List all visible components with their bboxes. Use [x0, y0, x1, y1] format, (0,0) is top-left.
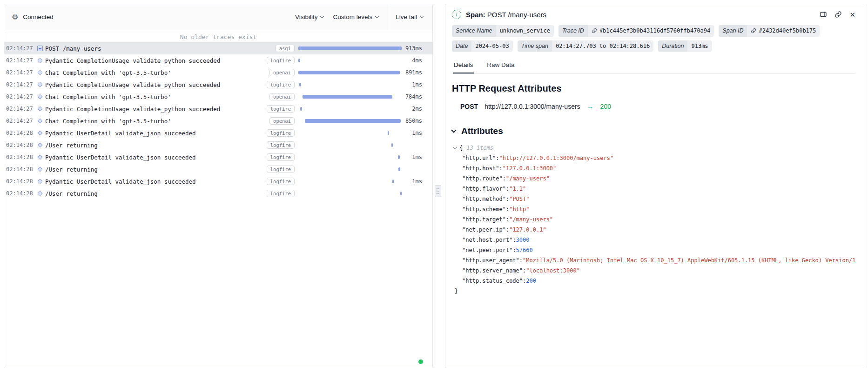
badge-value: 913ms [691, 43, 708, 49]
trace-timestamp: 02:14:27 [6, 57, 35, 64]
attributes-heading: Attributes [461, 126, 503, 136]
json-open-line: {13 items [454, 143, 855, 153]
trace-timestamp: 02:14:27 [6, 118, 35, 124]
span-title: Span: POST /many-users [466, 11, 546, 19]
http-request-attributes-heading: HTTP Request Attributes [452, 83, 855, 94]
trace-row[interactable]: 02:14:28 Pydantic UserDetail validate_js… [4, 127, 432, 139]
trace-row[interactable]: 02:14:27 Pydantic CompletionUsage valida… [4, 79, 432, 91]
attributes-section-toggle[interactable]: Attributes [452, 126, 855, 136]
span-kind-icon[interactable] [37, 94, 42, 99]
app-root: ⚙ Connected Visibility Custom levels Liv… [0, 0, 868, 372]
duration-bar[interactable] [299, 83, 301, 86]
trace-label: Pydantic UserDetail validate_json succee… [45, 178, 267, 185]
attr-colon: : [499, 165, 502, 172]
attr-colon: : [512, 247, 516, 253]
span-kind-icon[interactable] [37, 191, 42, 196]
span-metadata-badge: Trace ID #b1c445ef3b0b43116df5760ffb470a… [558, 25, 714, 37]
trace-panel-header: ⚙ Connected Visibility Custom levels Liv… [4, 4, 432, 30]
custom-levels-dropdown[interactable]: Custom levels [328, 11, 383, 23]
open-side-panel-icon[interactable] [820, 11, 827, 18]
duration-bar-track [298, 163, 402, 175]
duration-bar-track [298, 54, 402, 66]
trace-row[interactable]: 02:14:28 /User returning logfire [4, 187, 432, 199]
trace-row[interactable]: 02:14:28 Pydantic UserDetail validate_js… [4, 175, 432, 187]
duration-bar[interactable] [303, 95, 392, 99]
info-icon: i [452, 10, 461, 19]
settings-gear-icon[interactable]: ⚙ [12, 13, 18, 21]
attr-key: "http.status_code" [462, 278, 523, 284]
duration-bar[interactable] [391, 143, 393, 147]
trace-tag-badge: logfire [267, 141, 295, 149]
collapse-caret-icon[interactable] [453, 146, 457, 149]
span-kind-icon[interactable] [37, 106, 42, 111]
span-kind-icon[interactable] [37, 118, 42, 123]
trace-row[interactable]: 02:14:28 /User returning logfire [4, 139, 432, 151]
trace-duration: 913ms [402, 45, 422, 52]
duration-bar[interactable] [400, 192, 402, 195]
span-detail-panel: i Span: POST /many-users [445, 4, 864, 368]
trace-row[interactable]: 02:14:27 Pydantic CompletionUsage valida… [4, 103, 432, 115]
resize-grip-handle[interactable] [435, 185, 441, 197]
trace-timestamp: 02:14:28 [6, 154, 35, 160]
attr-value: 57660 [516, 247, 533, 253]
trace-row[interactable]: 02:14:27 Chat Completion with 'gpt-3.5-t… [4, 66, 432, 79]
arrow-right-icon: → [587, 102, 594, 110]
trace-row[interactable]: 02:14:28 /User returning logfire [4, 163, 432, 175]
close-icon[interactable]: ✕ [849, 11, 855, 18]
detail-tab[interactable]: Raw Data [486, 58, 515, 73]
chevron-down-icon [375, 14, 379, 18]
span-kind-icon[interactable] [37, 179, 42, 184]
span-kind-icon[interactable] [37, 142, 42, 147]
trace-label: Pydantic CompletionUsage validate_python… [45, 57, 267, 64]
panel-divider [438, 4, 439, 368]
trace-row[interactable]: 02:14:27 POST /many-users asgi 913ms [4, 42, 432, 54]
trace-label: Pydantic CompletionUsage validate_python… [45, 81, 267, 88]
trace-row[interactable]: 02:14:27 Pydantic CompletionUsage valida… [4, 54, 432, 66]
attr-key: "http.route" [462, 175, 503, 182]
duration-bar[interactable] [305, 119, 400, 123]
live-tail-section: Live tail [388, 4, 432, 30]
badge-label: Span ID [719, 25, 747, 37]
attr-value: "1.1" [509, 186, 526, 192]
duration-bar-track [298, 42, 402, 54]
duration-bar[interactable] [298, 71, 400, 74]
duration-bar[interactable] [392, 179, 394, 183]
span-kind-icon[interactable] [37, 82, 42, 87]
duration-bar-track [298, 187, 402, 199]
badge-value: 2024-05-03 [475, 43, 509, 49]
attr-value: 200 [526, 278, 536, 284]
duration-bar[interactable] [398, 167, 400, 171]
span-kind-icon[interactable] [37, 46, 43, 51]
duration-bar[interactable] [398, 155, 399, 159]
duration-bar[interactable] [388, 131, 389, 135]
attribute-entry: "net.peer.ip":"127.0.0.1" [454, 225, 855, 235]
attr-key: "http.target" [462, 216, 506, 223]
duration-bar[interactable] [298, 46, 402, 50]
live-tail-button[interactable]: Live tail [396, 11, 423, 23]
http-request-row: POST http://127.0.0.1:3000/many-users → … [452, 102, 855, 110]
detail-tab[interactable]: Details [453, 58, 474, 73]
badge-label: Date [452, 40, 471, 52]
copy-link-icon[interactable] [834, 11, 842, 18]
trace-row[interactable]: 02:14:28 Pydantic UserDetail validate_js… [4, 151, 432, 163]
trace-timestamp: 02:14:28 [6, 130, 35, 136]
trace-timestamp: 02:14:28 [6, 166, 35, 173]
close-brace: } [455, 288, 458, 294]
duration-bar[interactable] [300, 107, 302, 111]
attribute-entry: "http.url":"http://127.0.0.1:3000/many-u… [454, 153, 855, 163]
attributes-json-tree: {13 items "http.url":"http://127.0.0.1:3… [452, 143, 855, 296]
span-kind-icon[interactable] [37, 58, 42, 63]
duration-bar[interactable] [298, 59, 300, 62]
attr-key: "http.host" [462, 165, 499, 172]
span-kind-icon[interactable] [37, 154, 42, 159]
attribute-entry: "http.flavor":"1.1" [454, 184, 855, 194]
trace-duration: 891ms [402, 69, 422, 76]
trace-row[interactable]: 02:14:27 Chat Completion with 'gpt-3.5-t… [4, 91, 432, 103]
trace-row[interactable]: 02:14:27 Chat Completion with 'gpt-3.5-t… [4, 115, 432, 127]
attribute-entry: "http.target":"/many-users" [454, 214, 855, 225]
span-kind-icon[interactable] [37, 70, 42, 75]
visibility-dropdown[interactable]: Visibility [290, 11, 329, 23]
span-kind-icon[interactable] [37, 130, 42, 135]
span-kind-icon[interactable] [37, 166, 42, 172]
open-brace: { [459, 145, 463, 151]
